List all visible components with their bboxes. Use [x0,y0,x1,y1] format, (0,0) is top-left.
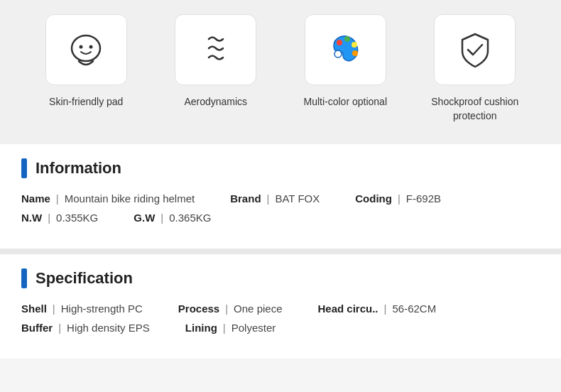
svg-point-5 [352,42,357,48]
svg-point-3 [337,40,342,45]
features-section: Skin-friendly pad Aerodynamics [0,0,561,144]
headcirc-sep: | [384,303,387,315]
specification-row-1: Shell | High-strength PC Process | One p… [21,303,540,315]
spec-process-item: Process | One piece [178,303,283,315]
lining-key: Lining [185,322,217,334]
name-sep: | [56,192,59,205]
feature-item-skin-friendly: Skin-friendly pad [29,14,143,109]
buffer-key: Buffer [21,322,53,334]
coding-value: F-692B [406,192,441,205]
aerodynamics-icon-box [175,14,256,85]
palette-icon [324,28,366,71]
shell-key: Shell [21,303,47,315]
shell-sep: | [53,303,55,315]
information-title: Information [36,159,121,178]
shield-check-icon [454,28,496,71]
brand-key: Brand [230,192,261,205]
spec-lining-item: Lining | Polyester [185,322,276,334]
information-row-1: Name | Mountain bike riding helmet Brand… [21,192,540,205]
skin-friendly-icon [65,28,107,71]
info-coding-item: Coding | F-692B [355,192,441,205]
information-row-2: N.W | 0.355KG G.W | 0.365KG [21,212,540,224]
specification-title: Specification [36,269,133,288]
aerodynamics-label: Aerodynamics [184,95,247,109]
gw-key: G.W [134,212,155,224]
name-key: Name [21,192,50,205]
buffer-value: High density EPS [67,322,150,334]
multicolor-label: Multi-color optional [304,95,388,109]
svg-point-4 [344,36,350,42]
feature-item-aerodynamics: Aerodynamics [159,14,273,109]
nw-value: 0.355KG [56,212,98,224]
name-value: Mountain bike riding helmet [65,192,195,205]
specification-title-row: Specification [21,268,540,288]
info-gw-item: G.W | 0.365KG [134,212,211,224]
specification-accent-bar [21,268,27,288]
gw-value: 0.365KG [169,212,211,224]
coding-sep: | [398,192,401,205]
svg-point-0 [72,36,100,61]
spec-buffer-item: Buffer | High density EPS [21,322,150,334]
multicolor-icon-box [305,14,386,85]
spec-shell-item: Shell | High-strength PC [21,303,143,315]
lining-value: Polyester [232,322,276,334]
svg-point-1 [80,45,83,49]
lining-sep: | [223,322,226,334]
info-name-item: Name | Mountain bike riding helmet [21,192,195,205]
spec-headcirc-item: Head circu.. | 56-62CM [318,303,437,315]
feature-item-multicolor: Multi-color optional [288,14,402,109]
shockproof-label: Shockproof cushion protection [418,95,532,123]
process-sep: | [225,303,228,315]
shockproof-icon-box [434,14,516,85]
information-accent-bar [21,158,27,178]
process-key: Process [178,303,219,315]
specification-section: Specification Shell | High-strength PC P… [0,249,561,359]
skin-friendly-label: Skin-friendly pad [49,95,123,109]
information-title-row: Information [21,158,540,178]
coding-key: Coding [355,192,392,205]
skin-friendly-icon-box [45,14,127,85]
svg-point-6 [352,50,358,56]
nw-sep: | [48,212,50,224]
feature-item-shockproof: Shockproof cushion protection [418,14,532,123]
information-section: Information Name | Mountain bike riding … [0,144,561,249]
gw-sep: | [160,212,163,224]
shell-value: High-strength PC [61,303,143,315]
aerodynamics-icon [195,28,237,71]
specification-row-2: Buffer | High density EPS Lining | Polye… [21,322,540,334]
headcirc-key: Head circu.. [318,303,378,315]
info-nw-item: N.W | 0.355KG [21,212,98,224]
brand-sep: | [267,192,270,205]
buffer-sep: | [58,322,61,334]
brand-value: BAT FOX [275,192,320,205]
process-value: One piece [234,303,282,315]
nw-key: N.W [21,212,42,224]
svg-point-2 [89,45,93,49]
info-brand-item: Brand | BAT FOX [230,192,320,205]
headcirc-value: 56-62CM [392,303,436,315]
svg-point-7 [334,50,342,58]
